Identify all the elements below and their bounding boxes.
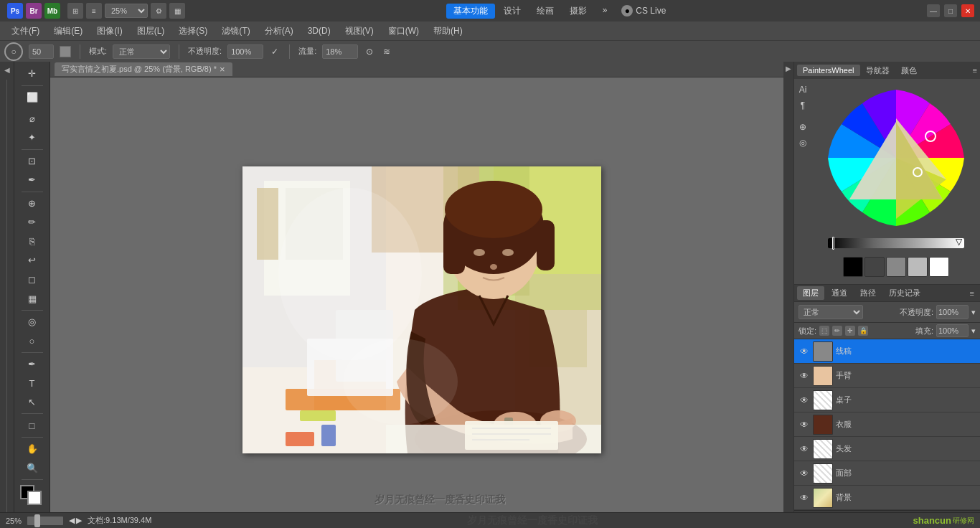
brush-tool[interactable]: ✏ (23, 213, 42, 232)
paragraph-icon[interactable]: ¶ (801, 100, 805, 110)
layer-item-linesketch[interactable]: 👁 线稿 (794, 339, 980, 364)
layer-visibility-clothes[interactable]: 👁 (798, 419, 810, 430)
opacity-input[interactable] (227, 44, 263, 59)
type-tool[interactable]: T (23, 374, 42, 392)
layer-item-hair[interactable]: 👁 头发 (794, 437, 980, 461)
tab-navigator[interactable]: 导航器 (860, 64, 895, 77)
layer-visibility-table[interactable]: 👁 (798, 395, 810, 406)
swatch-dark-gray[interactable] (864, 257, 885, 277)
layer-item-table[interactable]: 👁 桌子 (794, 388, 980, 412)
nav-left[interactable]: ◀ (69, 516, 75, 525)
menu-edit[interactable]: 编辑(E) (47, 23, 90, 39)
workspace-design[interactable]: 设计 (496, 4, 528, 19)
ai-icon[interactable]: Ai (799, 85, 807, 95)
gradient-bar[interactable]: ▽ (828, 238, 964, 248)
pen-tool[interactable]: ✒ (23, 355, 42, 374)
menu-3d[interactable]: 3D(D) (301, 24, 338, 38)
gradient-slider-thumb[interactable] (832, 237, 834, 250)
workspace-more[interactable]: » (595, 4, 615, 19)
cs-live-label[interactable]: CS Live (636, 6, 666, 16)
swatch-light-gray[interactable] (908, 257, 928, 277)
layer-visibility-arm[interactable]: 👁 (798, 370, 810, 382)
airbrush-icon[interactable]: ⊙ (364, 46, 375, 57)
layer-item-background[interactable]: 👁 背景 (794, 486, 980, 510)
quick-select-tool[interactable]: ✦ (23, 128, 42, 147)
lock-transparent-icon[interactable]: ⬚ (819, 326, 829, 336)
swatch-black[interactable] (843, 257, 863, 277)
pressure-icon[interactable]: ≋ (381, 46, 392, 57)
menu-window[interactable]: 窗口(W) (381, 23, 426, 39)
eraser-tool[interactable]: ◻ (23, 270, 42, 289)
zoom-select[interactable]: 25%50%100% (105, 4, 148, 18)
layout-icon[interactable]: ≡ (86, 3, 102, 19)
brush-preset-icon[interactable]: ○ (4, 42, 23, 61)
lasso-tool[interactable]: ⌀ (23, 110, 42, 128)
maximize-button[interactable]: □ (944, 4, 957, 17)
crop-tool[interactable]: ⊡ (23, 152, 42, 171)
minimize-button[interactable]: — (927, 4, 940, 17)
tab-history[interactable]: 历史记录 (883, 286, 926, 300)
layer-visibility-background[interactable]: 👁 (798, 492, 810, 504)
workspace-photo[interactable]: 摄影 (562, 4, 594, 19)
lock-all-icon[interactable]: 🔒 (858, 326, 868, 336)
layer-item-face[interactable]: 👁 面部 (794, 461, 980, 486)
zoom-tool[interactable]: 🔍 (23, 458, 42, 477)
zoom-slider[interactable] (27, 517, 63, 525)
tab-channels[interactable]: 通道 (826, 286, 853, 300)
lock-position-icon[interactable]: ✛ (845, 326, 855, 336)
eyedropper-panel-icon[interactable]: ⊕ (799, 122, 806, 132)
lock-image-icon[interactable]: ✏ (832, 326, 842, 336)
menu-view[interactable]: 视图(V) (338, 23, 381, 39)
fill-input[interactable] (936, 324, 969, 337)
layer-item-clothes[interactable]: 👁 衣服 (794, 412, 980, 437)
close-button[interactable]: ✕ (961, 4, 974, 17)
nav-right[interactable]: ▶ (76, 516, 82, 525)
menu-file[interactable]: 文件(F) (4, 23, 47, 39)
layers-opacity-input[interactable] (936, 305, 969, 319)
canvas-area[interactable]: 写实言情之初夏.psd @ 25% (背景, RGB/8) * × (50, 62, 793, 528)
brush-type-icon[interactable] (60, 46, 71, 57)
color-wheel[interactable] (824, 86, 968, 230)
layer-visibility-linesketch[interactable]: 👁 (798, 346, 810, 357)
grid-icon[interactable]: ▦ (169, 3, 185, 19)
doc-close-icon[interactable]: × (220, 64, 225, 75)
view-icon[interactable]: ⊞ (67, 3, 83, 19)
doc-tab-item[interactable]: 写实言情之初夏.psd @ 25% (背景, RGB/8) * × (55, 62, 232, 76)
rect-marquee-tool[interactable]: ⬜ (23, 88, 42, 107)
background-color[interactable] (27, 491, 42, 505)
menu-filter[interactable]: 滤镜(T) (215, 23, 257, 39)
layers-opacity-dropdown[interactable]: ▾ (971, 308, 976, 317)
layers-blend-mode[interactable]: 正常 (798, 305, 863, 319)
br-logo[interactable]: Br (26, 3, 42, 19)
menu-help[interactable]: 帮助(H) (426, 23, 470, 39)
swatch-gray[interactable] (886, 257, 906, 277)
zoom-thumb[interactable] (34, 514, 40, 527)
blend-mode-select[interactable]: 正常溶解正片叠底 (113, 44, 170, 59)
hand-tool[interactable]: ✋ (23, 440, 42, 458)
menu-analysis[interactable]: 分析(A) (258, 23, 301, 39)
healing-tool[interactable]: ⊕ (23, 194, 42, 213)
menu-image[interactable]: 图像(I) (90, 23, 129, 39)
move-tool[interactable]: ✛ (23, 65, 42, 83)
menu-select[interactable]: 选择(S) (171, 23, 215, 39)
layers-panel-menu[interactable]: ≡ (967, 289, 977, 298)
right-panel-toggle[interactable]: ▶ (783, 62, 793, 528)
mb-logo[interactable]: Mb (44, 3, 60, 19)
panel-toggle-icon[interactable]: ◀ (1, 65, 13, 75)
brush-size-input[interactable] (29, 44, 54, 59)
tab-painters-wheel[interactable]: PaintersWheel (797, 65, 860, 76)
swatch-white[interactable] (929, 257, 949, 277)
flow-input[interactable] (322, 44, 358, 59)
path-select-tool[interactable]: ↖ (23, 393, 42, 412)
eyedropper-tool[interactable]: ✒ (23, 171, 42, 189)
tab-color[interactable]: 颜色 (895, 64, 923, 77)
shape-tool[interactable]: □ (23, 416, 42, 435)
panel-menu-icon[interactable]: ≡ (973, 66, 977, 75)
layer-visibility-face[interactable]: 👁 (798, 468, 810, 479)
fill-dropdown[interactable]: ▾ (971, 326, 976, 336)
workspace-basic[interactable]: 基本功能 (446, 4, 495, 19)
options-icon[interactable]: ⚙ (151, 3, 166, 19)
tab-layers[interactable]: 图层 (797, 286, 824, 300)
workspace-paint[interactable]: 绘画 (529, 4, 561, 19)
history-brush-tool[interactable]: ↩ (23, 251, 42, 270)
